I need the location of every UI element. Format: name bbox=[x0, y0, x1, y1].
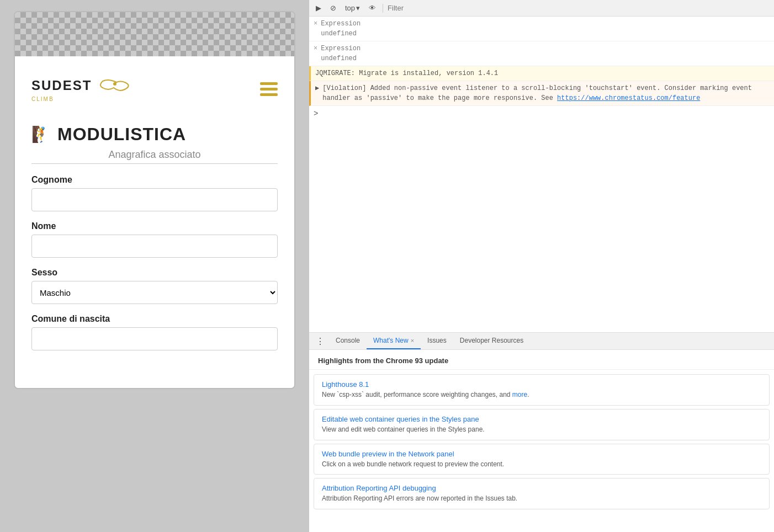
context-label: top bbox=[345, 4, 355, 12]
record-icon: ▶ bbox=[316, 4, 321, 12]
field-nome: Nome bbox=[31, 221, 278, 258]
checker-pattern bbox=[15, 12, 294, 56]
whats-new-panel: Highlights from the Chrome 93 update Lig… bbox=[309, 350, 774, 532]
hamburger-line-3 bbox=[260, 93, 278, 96]
context-dropdown[interactable]: top ▾ bbox=[343, 3, 362, 13]
form-icon: 🧗 bbox=[31, 125, 51, 143]
mobile-content: SUDEST CLIMB bbox=[15, 56, 294, 388]
entry-label-2: Expression bbox=[321, 44, 361, 54]
field-comune-label: Comune di nascita bbox=[31, 314, 278, 324]
svg-point-0 bbox=[113, 82, 116, 86]
console-entry-info: JQMIGRATE: Migrate is installed, version… bbox=[309, 66, 774, 81]
whats-new-item-title-0: Lighthouse 8.1 bbox=[322, 380, 761, 389]
whats-new-header: Highlights from the Chrome 93 update bbox=[309, 350, 774, 370]
info-text: JQMIGRATE: Migrate is installed, version… bbox=[315, 68, 498, 78]
devtools-panel: ▶ ⊘ top ▾ 👁 × Expression undefined × E bbox=[309, 0, 774, 532]
hamburger-line-2 bbox=[260, 88, 278, 91]
whats-new-item-desc-1: View and edit web container queries in t… bbox=[322, 425, 761, 434]
logo-area: SUDEST CLIMB bbox=[31, 76, 136, 102]
hamburger-line-1 bbox=[260, 82, 278, 85]
field-cognome-label: Cognome bbox=[31, 175, 278, 185]
field-sesso: Sesso Maschio Femmina bbox=[31, 268, 278, 304]
close-icon-2[interactable]: × bbox=[314, 44, 317, 54]
mobile-header: SUDEST CLIMB bbox=[31, 67, 278, 113]
violation-expand-icon[interactable]: ▶ bbox=[315, 83, 319, 93]
console-entry-violation: ▶ [Violation] Added non-passive event li… bbox=[309, 81, 774, 106]
form-section: 🧗 MODULISTICA Anagrafica associato Cogno… bbox=[31, 113, 278, 371]
close-icon-1[interactable]: × bbox=[314, 19, 317, 29]
eye-button[interactable]: 👁 bbox=[367, 3, 378, 13]
whats-new-item-desc-0: New `csp-xss` audit, performance score w… bbox=[322, 390, 761, 400]
field-nome-label: Nome bbox=[31, 221, 278, 231]
tab-developer-resources[interactable]: Developer Resources bbox=[453, 333, 530, 349]
tab-issues[interactable]: Issues bbox=[421, 333, 453, 349]
tab-more-icon[interactable]: ⋮ bbox=[311, 336, 329, 347]
entry-value-1: undefined bbox=[321, 29, 361, 39]
console-caret[interactable]: > bbox=[309, 106, 774, 122]
clear-icon: ⊘ bbox=[330, 4, 336, 12]
console-entry-1: × Expression undefined bbox=[309, 17, 774, 41]
sesso-select[interactable]: Maschio Femmina bbox=[31, 281, 278, 304]
form-title-area: 🧗 MODULISTICA bbox=[31, 124, 278, 145]
console-output: × Expression undefined × Expression unde… bbox=[309, 17, 774, 332]
console-entry-2: × Expression undefined bbox=[309, 41, 774, 66]
comune-input[interactable] bbox=[31, 327, 278, 350]
tab-close-icon[interactable]: × bbox=[411, 337, 414, 344]
devtools-toolbar: ▶ ⊘ top ▾ 👁 bbox=[309, 0, 774, 17]
bottom-tabs: ⋮ Console What's New × Issues Developer … bbox=[309, 332, 774, 350]
logo-sub: CLIMB bbox=[31, 96, 136, 102]
left-panel: SUDEST CLIMB bbox=[0, 0, 309, 532]
violation-link[interactable]: https://www.chromestatus.com/feature bbox=[557, 94, 700, 102]
clear-button[interactable]: ⊘ bbox=[328, 3, 338, 13]
mobile-frame: SUDEST CLIMB bbox=[14, 11, 295, 389]
hamburger-button[interactable] bbox=[260, 82, 278, 96]
form-title: MODULISTICA bbox=[57, 124, 186, 145]
whats-new-item-title-2: Web bundle preview in the Network panel bbox=[322, 450, 761, 458]
filter-input[interactable] bbox=[388, 4, 770, 12]
field-sesso-label: Sesso bbox=[31, 268, 278, 278]
form-subtitle: Anagrafica associato bbox=[31, 149, 278, 161]
field-cognome: Cognome bbox=[31, 175, 278, 211]
whats-new-item-title-3: Attribution Reporting API debugging bbox=[322, 484, 761, 492]
whats-new-item-3[interactable]: Attribution Reporting API debugging Attr… bbox=[314, 478, 770, 509]
cognome-input[interactable] bbox=[31, 188, 278, 211]
dropdown-arrow-icon: ▾ bbox=[356, 4, 360, 12]
whats-new-items: Lighthouse 8.1 New `csp-xss` audit, perf… bbox=[309, 370, 774, 517]
eye-icon: 👁 bbox=[369, 4, 376, 12]
nome-input[interactable] bbox=[31, 235, 278, 258]
tab-whats-new[interactable]: What's New × bbox=[367, 333, 421, 349]
toolbar-separator bbox=[383, 4, 383, 13]
form-divider bbox=[31, 163, 278, 164]
whats-new-item-title-1: Editable web container queries in the St… bbox=[322, 415, 761, 423]
highlight-more: more bbox=[512, 391, 527, 398]
tab-console[interactable]: Console bbox=[329, 333, 367, 349]
violation-text: [Violation] Added non-passive event list… bbox=[322, 83, 770, 103]
logo-map-icon bbox=[92, 76, 136, 95]
whats-new-item-0[interactable]: Lighthouse 8.1 New `csp-xss` audit, perf… bbox=[314, 374, 770, 406]
whats-new-item-desc-2: Click on a web bundle network request to… bbox=[322, 460, 761, 469]
entry-value-2: undefined bbox=[321, 54, 361, 63]
whats-new-item-2[interactable]: Web bundle preview in the Network panel … bbox=[314, 444, 770, 475]
record-button[interactable]: ▶ bbox=[314, 3, 324, 13]
field-comune: Comune di nascita bbox=[31, 314, 278, 350]
whats-new-item-1[interactable]: Editable web container queries in the St… bbox=[314, 409, 770, 440]
entry-label-1: Expression bbox=[321, 19, 361, 29]
logo-text: SUDEST bbox=[31, 79, 92, 92]
whats-new-item-desc-3: Attribution Reporting API errors are now… bbox=[322, 494, 761, 503]
